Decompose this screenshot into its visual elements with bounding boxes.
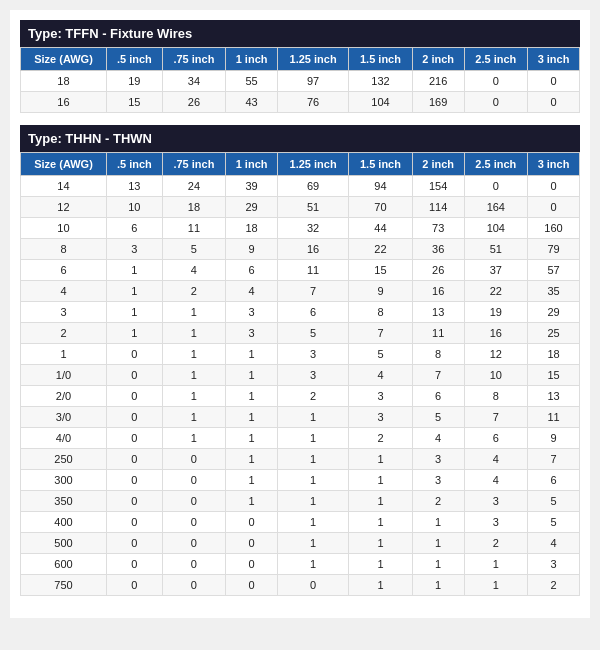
thhn-cell-3-3: 9 (226, 239, 278, 260)
thhn-cell-14-2: 0 (162, 470, 225, 491)
thhn-cell-3-1: 3 (106, 239, 162, 260)
thhn-cell-13-0: 250 (21, 449, 107, 470)
thhn-cell-4-6: 26 (412, 260, 464, 281)
thhn-cell-4-3: 6 (226, 260, 278, 281)
thhn-cell-4-7: 37 (464, 260, 527, 281)
thhn-cell-15-6: 2 (412, 491, 464, 512)
thhn-cell-5-8: 35 (528, 281, 580, 302)
table-row: 161526437610416900 (21, 92, 580, 113)
table-row: 83591622365179 (21, 239, 580, 260)
table-row: 35000111235 (21, 491, 580, 512)
thhn-cell-17-2: 0 (162, 533, 225, 554)
thhn-cell-19-0: 750 (21, 575, 107, 596)
table-row: 1061118324473104160 (21, 218, 580, 239)
table-row: 1210182951701141640 (21, 197, 580, 218)
thhn-cell-2-4: 32 (278, 218, 349, 239)
tffn-cell-0-8: 0 (528, 71, 580, 92)
thhn-cell-13-7: 4 (464, 449, 527, 470)
thhn-header-8: 3 inch (528, 153, 580, 176)
tffn-cell-1-3: 43 (226, 92, 278, 113)
thhn-cell-16-4: 1 (278, 512, 349, 533)
thhn-cell-7-4: 5 (278, 323, 349, 344)
thhn-cell-17-4: 1 (278, 533, 349, 554)
thhn-cell-9-0: 1/0 (21, 365, 107, 386)
tffn-cell-0-4: 97 (278, 71, 349, 92)
thhn-body: 1413243969941540012101829517011416401061… (21, 176, 580, 596)
thhn-header-3: 1 inch (226, 153, 278, 176)
table-row: 311368131929 (21, 302, 580, 323)
thhn-cell-12-4: 1 (278, 428, 349, 449)
thhn-cell-1-4: 51 (278, 197, 349, 218)
thhn-cell-3-8: 79 (528, 239, 580, 260)
thhn-cell-11-1: 0 (106, 407, 162, 428)
table-row: 25000111347 (21, 449, 580, 470)
thhn-cell-4-2: 4 (162, 260, 225, 281)
section-tffn: Type: TFFN - Fixture Wires Size (AWG).5 … (20, 20, 580, 113)
thhn-cell-0-6: 154 (412, 176, 464, 197)
thhn-cell-16-1: 0 (106, 512, 162, 533)
thhn-cell-15-7: 3 (464, 491, 527, 512)
thhn-cell-11-4: 1 (278, 407, 349, 428)
section-tffn-title: Type: TFFN - Fixture Wires (20, 20, 580, 47)
thhn-cell-3-7: 51 (464, 239, 527, 260)
thhn-cell-5-5: 9 (349, 281, 412, 302)
thhn-cell-8-0: 1 (21, 344, 107, 365)
table-row: 14132439699415400 (21, 176, 580, 197)
section-thhn: Type: THHN - THWN Size (AWG).5 inch.75 i… (20, 125, 580, 596)
table-row: 1/00113471015 (21, 365, 580, 386)
thhn-cell-12-8: 9 (528, 428, 580, 449)
thhn-cell-5-0: 4 (21, 281, 107, 302)
thhn-cell-0-3: 39 (226, 176, 278, 197)
tffn-cell-0-6: 216 (412, 71, 464, 92)
thhn-cell-5-1: 1 (106, 281, 162, 302)
thhn-cell-4-8: 57 (528, 260, 580, 281)
thhn-cell-19-7: 1 (464, 575, 527, 596)
thhn-cell-17-1: 0 (106, 533, 162, 554)
thhn-cell-9-3: 1 (226, 365, 278, 386)
thhn-cell-11-7: 7 (464, 407, 527, 428)
thhn-cell-2-8: 160 (528, 218, 580, 239)
thhn-cell-0-2: 24 (162, 176, 225, 197)
tffn-cell-0-2: 34 (162, 71, 225, 92)
thhn-header-5: 1.5 inch (349, 153, 412, 176)
thhn-cell-10-1: 0 (106, 386, 162, 407)
thhn-cell-13-3: 1 (226, 449, 278, 470)
thhn-cell-1-8: 0 (528, 197, 580, 218)
thhn-cell-11-8: 11 (528, 407, 580, 428)
thhn-cell-13-2: 0 (162, 449, 225, 470)
tffn-header-2: .75 inch (162, 48, 225, 71)
thhn-cell-10-6: 6 (412, 386, 464, 407)
thhn-cell-14-1: 0 (106, 470, 162, 491)
thhn-cell-13-8: 7 (528, 449, 580, 470)
table-row: 50000011124 (21, 533, 580, 554)
thhn-cell-1-1: 10 (106, 197, 162, 218)
thhn-cell-14-0: 300 (21, 470, 107, 491)
thhn-cell-1-3: 29 (226, 197, 278, 218)
tffn-header-5: 1.5 inch (349, 48, 412, 71)
thhn-cell-7-7: 16 (464, 323, 527, 344)
table-row: 61461115263757 (21, 260, 580, 281)
thhn-cell-2-3: 18 (226, 218, 278, 239)
thhn-cell-3-4: 16 (278, 239, 349, 260)
thhn-cell-16-7: 3 (464, 512, 527, 533)
table-row: 75000001112 (21, 575, 580, 596)
tffn-cell-1-5: 104 (349, 92, 412, 113)
tffn-cell-0-0: 18 (21, 71, 107, 92)
thhn-cell-8-7: 12 (464, 344, 527, 365)
thhn-cell-0-4: 69 (278, 176, 349, 197)
thhn-cell-12-6: 4 (412, 428, 464, 449)
thhn-cell-15-2: 0 (162, 491, 225, 512)
table-row: 211357111625 (21, 323, 580, 344)
thhn-cell-15-1: 0 (106, 491, 162, 512)
tffn-header-row: Size (AWG).5 inch.75 inch1 inch1.25 inch… (21, 48, 580, 71)
thhn-cell-18-2: 0 (162, 554, 225, 575)
thhn-cell-12-3: 1 (226, 428, 278, 449)
thhn-cell-14-5: 1 (349, 470, 412, 491)
tffn-cell-0-1: 19 (106, 71, 162, 92)
thhn-cell-15-3: 1 (226, 491, 278, 512)
table-row: 181934559713221600 (21, 71, 580, 92)
thhn-cell-6-3: 3 (226, 302, 278, 323)
tffn-cell-1-2: 26 (162, 92, 225, 113)
thhn-cell-8-1: 0 (106, 344, 162, 365)
tffn-header-8: 3 inch (528, 48, 580, 71)
